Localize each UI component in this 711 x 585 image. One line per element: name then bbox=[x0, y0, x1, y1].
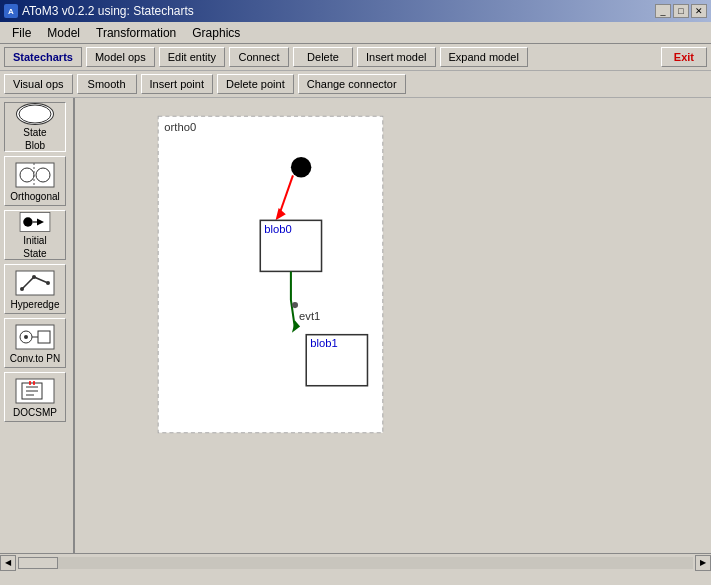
ortho0-label: ortho0 bbox=[164, 121, 196, 133]
svg-point-2 bbox=[20, 168, 34, 182]
conv-pn-icon bbox=[14, 323, 56, 351]
orthogonal-icon bbox=[14, 161, 56, 189]
insert-point-button[interactable]: Insert point bbox=[141, 74, 213, 94]
insert-model-button[interactable]: Insert model bbox=[357, 47, 436, 67]
svg-point-9 bbox=[20, 287, 24, 291]
svg-rect-15 bbox=[38, 331, 50, 343]
sidebar-initial-state-label: Initial bbox=[23, 235, 46, 246]
minimize-button[interactable]: _ bbox=[655, 4, 671, 18]
blob0-label: blob0 bbox=[264, 223, 291, 235]
edit-entity-button[interactable]: Edit entity bbox=[159, 47, 225, 67]
scroll-thumb[interactable] bbox=[18, 557, 58, 569]
sidebar: State Blob Orthogonal bbox=[0, 98, 75, 553]
toolbar-row-1: Statecharts Model ops Edit entity Connec… bbox=[0, 44, 711, 71]
titlebar-left: A AToM3 v0.2.2 using: Statecharts bbox=[4, 4, 194, 18]
sidebar-item-hyperedge[interactable]: Hyperedge bbox=[4, 264, 66, 314]
svg-point-11 bbox=[46, 281, 50, 285]
waypoint-dot bbox=[292, 302, 298, 308]
state-blob-icon bbox=[16, 103, 54, 125]
sidebar-hyperedge-label: Hyperedge bbox=[11, 299, 60, 310]
scrollbar-bottom: ◀ ▶ bbox=[0, 553, 711, 571]
main-layout: State Blob Orthogonal bbox=[0, 98, 711, 553]
model-ops-button[interactable]: Model ops bbox=[86, 47, 155, 67]
menu-transformation[interactable]: Transformation bbox=[88, 24, 184, 42]
sidebar-conv-pn-label: Conv.to PN bbox=[10, 353, 60, 364]
smooth-button[interactable]: Smooth bbox=[77, 74, 137, 94]
canvas-area[interactable]: ortho0 blob0 evt1 blo bbox=[75, 98, 711, 553]
maximize-button[interactable]: □ bbox=[673, 4, 689, 18]
evt1-label: evt1 bbox=[299, 310, 320, 322]
delete-button[interactable]: Delete bbox=[293, 47, 353, 67]
titlebar: A AToM3 v0.2.2 using: Statecharts _ □ ✕ bbox=[0, 0, 711, 22]
scroll-track[interactable] bbox=[18, 557, 693, 569]
connect-button[interactable]: Connect bbox=[229, 47, 289, 67]
sidebar-state-label: State bbox=[23, 127, 46, 138]
menu-graphics[interactable]: Graphics bbox=[184, 24, 248, 42]
toolbar-row-2: Visual ops Smooth Insert point Delete po… bbox=[0, 71, 711, 98]
menu-file[interactable]: File bbox=[4, 24, 39, 42]
svg-point-10 bbox=[32, 275, 36, 279]
sidebar-orthogonal-label: Orthogonal bbox=[10, 191, 59, 202]
app-icon: A bbox=[4, 4, 18, 18]
sidebar-item-conv-pn[interactable]: Conv.to PN bbox=[4, 318, 66, 368]
expand-model-button[interactable]: Expand model bbox=[440, 47, 528, 67]
titlebar-controls[interactable]: _ □ ✕ bbox=[655, 4, 707, 18]
initial-state-node bbox=[291, 157, 311, 177]
svg-point-6 bbox=[23, 217, 32, 226]
sidebar-item-state[interactable]: State Blob bbox=[4, 102, 66, 152]
titlebar-title: AToM3 v0.2.2 using: Statecharts bbox=[22, 4, 194, 18]
hyperedge-icon bbox=[14, 269, 56, 297]
sidebar-item-initial-state[interactable]: Initial State bbox=[4, 210, 66, 260]
svg-point-14 bbox=[24, 335, 28, 339]
sidebar-docsmp-label: DOCSMP bbox=[13, 407, 57, 418]
scroll-left-button[interactable]: ◀ bbox=[0, 555, 16, 571]
initial-state-icon bbox=[14, 211, 56, 233]
statecharts-tab[interactable]: Statecharts bbox=[4, 47, 82, 67]
sidebar-initial-state-label2: State bbox=[23, 248, 46, 259]
sidebar-item-docsmp[interactable]: DOCSMP bbox=[4, 372, 66, 422]
scroll-right-button[interactable]: ▶ bbox=[695, 555, 711, 571]
menu-model[interactable]: Model bbox=[39, 24, 88, 42]
visual-ops-button[interactable]: Visual ops bbox=[4, 74, 73, 94]
docsmp-icon bbox=[14, 377, 56, 405]
delete-point-button[interactable]: Delete point bbox=[217, 74, 294, 94]
change-connector-button[interactable]: Change connector bbox=[298, 74, 406, 94]
sidebar-blob-label: Blob bbox=[25, 140, 45, 151]
svg-point-0 bbox=[19, 105, 51, 123]
exit-button[interactable]: Exit bbox=[661, 47, 707, 67]
sidebar-item-orthogonal[interactable]: Orthogonal bbox=[4, 156, 66, 206]
menubar: File Model Transformation Graphics bbox=[0, 22, 711, 44]
diagram-canvas[interactable]: ortho0 blob0 evt1 blo bbox=[83, 106, 703, 545]
close-button[interactable]: ✕ bbox=[691, 4, 707, 18]
blob1-label: blob1 bbox=[310, 337, 337, 349]
svg-point-3 bbox=[36, 168, 50, 182]
